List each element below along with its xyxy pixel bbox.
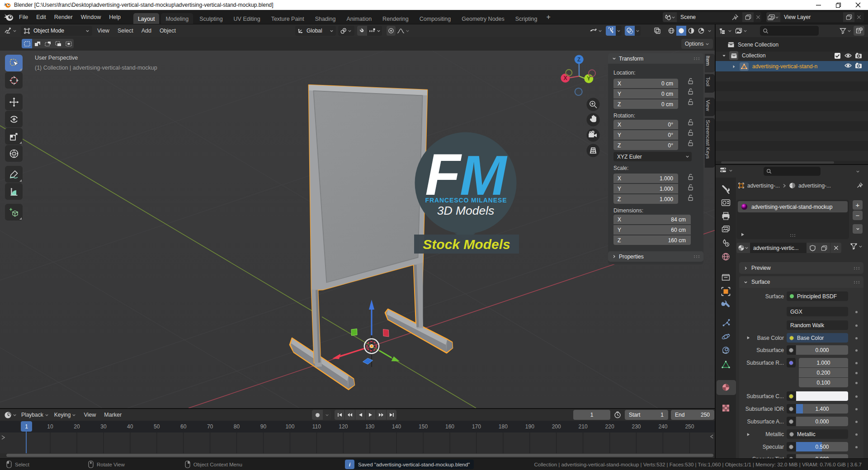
svg-text:120: 120	[339, 423, 348, 430]
svg-text:X: X	[563, 75, 567, 81]
svg-text:150: 150	[419, 423, 428, 430]
svg-text:250: 250	[685, 423, 694, 430]
svg-text:70: 70	[207, 423, 213, 430]
svg-text:Y: Y	[587, 75, 590, 82]
svg-text:60: 60	[180, 423, 187, 430]
svg-text:160: 160	[445, 423, 454, 430]
svg-text:220: 220	[605, 423, 614, 430]
svg-text:50: 50	[154, 423, 160, 430]
svg-text:170: 170	[472, 423, 481, 430]
svg-text:240: 240	[658, 423, 667, 430]
svg-text:20: 20	[74, 423, 80, 430]
svg-text:40: 40	[127, 423, 133, 430]
svg-text:3D Models: 3D Models	[437, 204, 495, 217]
svg-text:110: 110	[312, 423, 321, 430]
svg-text:Z: Z	[577, 56, 580, 63]
svg-text:90: 90	[260, 423, 267, 430]
svg-text:130: 130	[365, 423, 374, 430]
svg-text:FRANCESCO MILANESE: FRANCESCO MILANESE	[425, 197, 507, 204]
svg-text:230: 230	[632, 423, 641, 430]
svg-text:140: 140	[392, 423, 401, 430]
svg-text:10: 10	[47, 423, 53, 430]
svg-text:100: 100	[285, 423, 294, 430]
svg-text:30: 30	[100, 423, 107, 430]
svg-text:Stock Models: Stock Models	[423, 237, 510, 252]
svg-text:200: 200	[552, 423, 561, 430]
svg-text:180: 180	[499, 423, 508, 430]
svg-text:190: 190	[525, 423, 534, 430]
svg-text:80: 80	[234, 423, 240, 430]
svg-text:210: 210	[579, 423, 588, 430]
